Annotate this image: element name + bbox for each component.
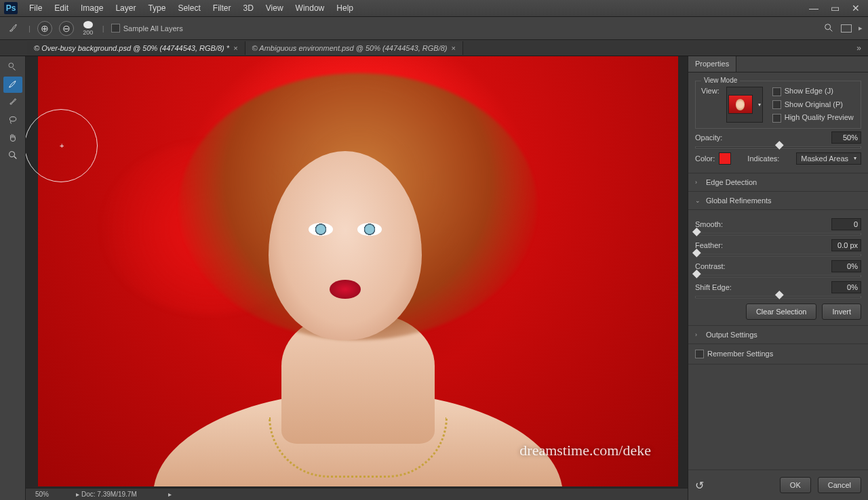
zoom-tool[interactable] <box>3 147 22 163</box>
minimize-icon[interactable]: — <box>809 3 818 14</box>
opacity-label: Opacity: <box>695 133 722 142</box>
watermark: dreamstime.com/deke <box>519 442 651 459</box>
menu-image[interactable]: Image <box>75 1 109 16</box>
remember-settings-checkbox[interactable]: Remember Settings <box>695 350 773 358</box>
quick-select-tool[interactable] <box>3 59 22 75</box>
ok-button[interactable]: OK <box>780 477 811 493</box>
contrast-label: Contrast: <box>695 262 726 270</box>
menu-window[interactable]: Window <box>290 1 331 16</box>
opacity-value[interactable]: 50% <box>831 131 861 144</box>
cancel-button[interactable]: Cancel <box>818 477 861 493</box>
menu-filter[interactable]: Filter <box>207 1 237 16</box>
brush-preview[interactable]: 200 <box>81 21 96 36</box>
global-refinements-section[interactable]: ⌄Global Refinements <box>688 192 868 210</box>
menu-select[interactable]: Select <box>172 1 206 16</box>
zoom-level[interactable]: 50% <box>35 491 49 498</box>
tabs-flyout-icon[interactable]: » <box>856 43 861 53</box>
svg-point-2 <box>9 63 14 68</box>
menu-edit[interactable]: Edit <box>48 1 75 16</box>
canvas-area[interactable]: dreamstime.com/deke 50% ▸Doc: 7.39M/19.7… <box>26 56 688 500</box>
close-tab-icon[interactable]: × <box>451 44 455 52</box>
view-dropdown[interactable] <box>726 87 763 123</box>
document-tabs: » © Over-busy background.psd @ 50% (4474… <box>0 40 868 56</box>
lasso-tool[interactable] <box>3 112 22 128</box>
svg-point-4 <box>9 152 14 157</box>
close-tab-icon[interactable]: × <box>233 44 237 52</box>
feather-value[interactable]: 0.0 px <box>831 239 861 251</box>
add-subject-button[interactable]: ⊕ <box>37 21 52 36</box>
properties-tab[interactable]: Properties <box>688 56 736 72</box>
panels-icon[interactable] <box>841 24 852 33</box>
invert-button[interactable]: Invert <box>822 304 861 320</box>
svg-point-0 <box>825 24 831 29</box>
hand-tool[interactable] <box>3 129 22 146</box>
sample-all-layers-checkbox[interactable]: Sample All Layers <box>111 24 183 33</box>
flyout-icon[interactable]: ▸ <box>859 24 863 33</box>
smooth-value[interactable]: 0 <box>831 218 861 230</box>
output-settings-section[interactable]: ›Output Settings <box>688 326 868 344</box>
view-label: View: <box>701 87 719 95</box>
show-edge-checkbox[interactable]: Show Edge (J) <box>772 87 854 96</box>
menu-file[interactable]: File <box>23 1 48 16</box>
shift-edge-value[interactable]: 0% <box>831 281 861 293</box>
feather-slider[interactable] <box>695 254 861 256</box>
contrast-value[interactable]: 0% <box>831 260 861 272</box>
properties-panel: Properties View Mode View: Show Edge (J)… <box>688 56 868 500</box>
document-tab[interactable]: © Ambiguous environment.psd @ 50% (44744… <box>245 41 463 55</box>
canvas[interactable]: dreamstime.com/deke <box>38 56 678 486</box>
document-image: dreamstime.com/deke <box>38 56 678 486</box>
svg-line-5 <box>14 157 16 159</box>
status-bar: 50% ▸Doc: 7.39M/19.7M ▸ <box>26 488 688 500</box>
clear-selection-button[interactable]: Clear Selection <box>746 304 817 320</box>
smooth-slider[interactable] <box>695 233 861 235</box>
app-logo: Ps <box>4 2 18 14</box>
menu-help[interactable]: Help <box>330 1 359 16</box>
brush-icon <box>5 20 22 37</box>
color-label: Color: <box>695 154 715 163</box>
smooth-label: Smooth: <box>695 220 723 228</box>
options-bar: | ⊕ ⊖ 200 | Sample All Layers ▸ <box>0 17 868 40</box>
show-original-checkbox[interactable]: Show Original (P) <box>772 100 854 110</box>
reset-icon[interactable]: ↺ <box>695 479 704 492</box>
indicates-dropdown[interactable]: Masked Areas <box>796 152 861 165</box>
svg-point-3 <box>9 117 16 121</box>
subtract-subject-button[interactable]: ⊖ <box>59 21 74 36</box>
refine-edge-brush-tool[interactable] <box>3 77 22 93</box>
restore-icon[interactable]: ▭ <box>831 3 840 14</box>
view-mode-group: View Mode View: Show Edge (J) Show Origi… <box>695 81 861 129</box>
high-quality-checkbox[interactable]: High Quality Preview <box>772 113 854 123</box>
menubar: Ps FileEditImageLayerTypeSelectFilter3DV… <box>0 0 868 17</box>
menu-view[interactable]: View <box>260 1 290 16</box>
doc-size: ▸Doc: 7.39M/19.7M <box>76 491 137 498</box>
indicates-label: Indicates: <box>747 154 779 163</box>
menu-3d[interactable]: 3D <box>237 1 259 16</box>
opacity-slider[interactable] <box>695 146 861 148</box>
close-icon[interactable]: ✕ <box>852 3 860 14</box>
svg-line-1 <box>830 29 832 31</box>
contrast-slider[interactable] <box>695 275 861 277</box>
shift-edge-slider[interactable] <box>695 296 861 298</box>
feather-label: Feather: <box>695 241 723 249</box>
edge-detection-section[interactable]: ›Edge Detection <box>688 173 868 192</box>
document-tab[interactable]: © Over-busy background.psd @ 50% (447445… <box>27 41 245 55</box>
color-swatch[interactable] <box>719 152 731 165</box>
shift-edge-label: Shift Edge: <box>695 283 732 291</box>
select-mask-toolbar <box>0 56 26 500</box>
menu-type[interactable]: Type <box>142 1 172 16</box>
search-icon[interactable] <box>823 22 834 35</box>
menu-layer[interactable]: Layer <box>109 1 142 16</box>
brush-tool[interactable] <box>3 94 22 110</box>
